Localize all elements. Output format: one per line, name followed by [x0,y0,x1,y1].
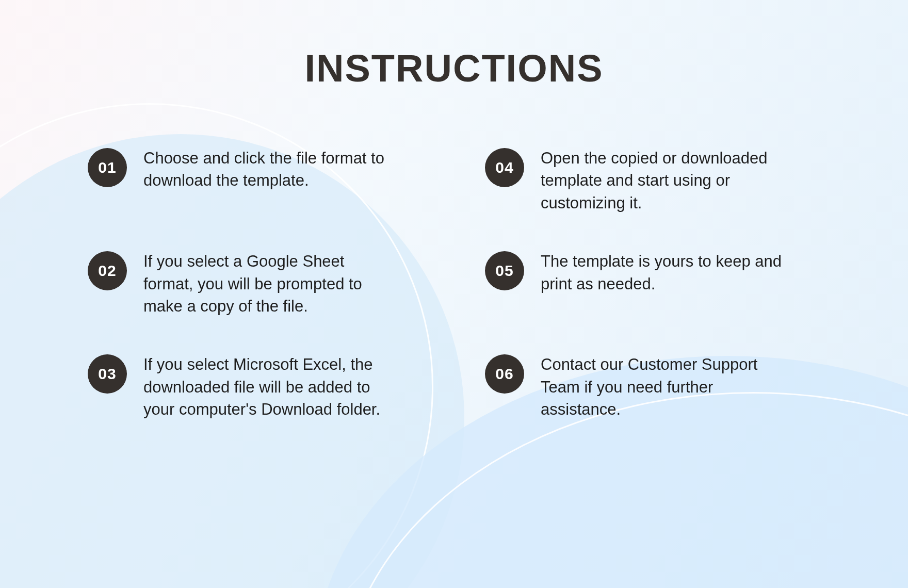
step-number-badge: 02 [88,251,127,290]
step-text: If you select a Google Sheet format, you… [143,250,391,317]
step-item: 02 If you select a Google Sheet format, … [88,250,423,317]
step-number-badge: 06 [485,354,524,394]
page-title: INSTRUCTIONS [88,46,820,90]
step-number-badge: 01 [88,148,127,187]
step-item: 06 Contact our Customer Support Team if … [485,353,820,420]
step-item: 03 If you select Microsoft Excel, the do… [88,353,423,420]
step-text: Choose and click the file format to down… [143,147,391,192]
step-item: 05 The template is yours to keep and pri… [485,250,820,317]
step-item: 01 Choose and click the file format to d… [88,147,423,214]
step-number-badge: 05 [485,251,524,290]
steps-grid: 01 Choose and click the file format to d… [88,147,820,421]
step-item: 04 Open the copied or downloaded templat… [485,147,820,214]
step-text: The template is yours to keep and print … [541,250,788,295]
step-text: Contact our Customer Support Team if you… [541,353,788,420]
instructions-panel: INSTRUCTIONS 01 Choose and click the fil… [0,0,908,588]
step-text: Open the copied or downloaded template a… [541,147,788,214]
step-text: If you select Microsoft Excel, the downl… [143,353,391,420]
step-number-badge: 04 [485,148,524,187]
step-number-badge: 03 [88,354,127,394]
